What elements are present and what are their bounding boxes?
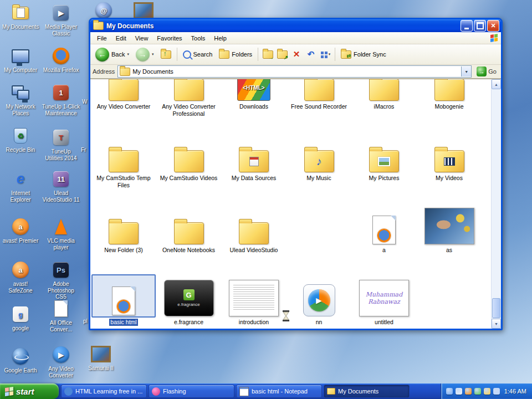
start-button[interactable]: start [0,383,59,399]
file-label: Downloads [238,103,269,110]
up-button[interactable]: ↑ [158,49,174,60]
folder-sync-button[interactable]: ⇄ Folder Sync [338,49,389,60]
delete-button[interactable]: ✕ [290,48,303,61]
desktop-icon-recycle-bin[interactable]: ♻Recycle Bin [1,126,40,154]
desktop-icon-my-network-places[interactable]: My Network Places [1,83,40,116]
desktop-icon-google-earth[interactable]: Google Earth [1,347,40,374]
go-button[interactable]: → Go [474,66,499,76]
move-to-button[interactable]: → [261,48,274,61]
desktop-icon-label: VLC media player [42,238,80,250]
back-button[interactable]: ← Back ▾ [93,47,132,63]
tray-antivirus-icon[interactable] [465,388,472,395]
task-button-my-documents[interactable]: My Documents [324,385,410,398]
desktop-icon-internet-explorer[interactable]: eInternet Explorer [1,170,40,203]
scroll-down-button[interactable]: ▼ [492,319,501,329]
menu-item-help[interactable]: Help [209,33,231,43]
task-button-flashing[interactable]: Flashing [149,385,234,398]
tray-volume-icon[interactable] [456,388,462,395]
maximize-button[interactable] [474,20,486,32]
folder-icon [157,79,221,102]
desktop-icon-mozilla-firefox[interactable]: Mozilla Firefox [42,47,80,74]
file-label: iMacros [373,103,396,110]
forward-dropdown-icon: ▾ [152,52,154,57]
forward-button[interactable]: → ▾ [133,47,157,63]
file-item-mobogenie[interactable]: Mobogenie [417,79,482,110]
task-button-basic-html-notepad[interactable]: basic html - Notepad [236,385,322,398]
file-item-my-music[interactable]: ♪My Music [287,130,351,182]
file-item-any-video-converter-professional[interactable]: Any Video Converter Professional [157,79,221,117]
minimize-button[interactable] [461,20,473,32]
file-item-onenote-notebooks[interactable]: OneNote Notebooks [157,202,221,254]
desktop-icon-vlc-media-player[interactable]: VLC media player [42,217,80,250]
desktop-icon-google[interactable]: ggoogle [1,305,40,332]
file-item-downloads[interactable]: <HTML>Downloads [222,79,286,110]
file-item-basic-html[interactable]: basic html [91,274,156,326]
square-icon: T [51,128,71,147]
file-item-any-video-converter[interactable]: Any Video Converter [91,79,156,110]
tray-display-icon[interactable] [446,388,453,395]
desktop-icon-label: google [1,325,40,332]
address-input[interactable]: My Documents ▼ [117,65,472,78]
menu-item-tools[interactable]: Tools [187,33,210,43]
file-item-my-pictures[interactable]: My Pictures [352,130,416,182]
samurai-ii-icon-icon [91,345,111,364]
firefox-icon [51,47,71,65]
vertical-scrollbar[interactable]: ▲ ▼ [491,79,501,329]
maximize-icon [477,22,484,29]
folders-button[interactable]: Folders [216,49,255,60]
copy-to-button[interactable]: ↗ [275,48,289,61]
file-item-introduction[interactable]: introduction [222,274,286,326]
desktop-icon-avast-safezone[interactable]: aavast! SafeZone [1,260,40,294]
file-item-e-fragrance[interactable]: Ge.fragrancee.fragrance [157,274,221,326]
file-label: e.fragrance [173,319,204,326]
tray-update-icon[interactable] [484,388,490,395]
desktop-icon-adobe-photoshop-cs5[interactable]: PsAdobe Photoshop CS5 [42,260,80,300]
desktop-icon-my-documents[interactable]: My Documents [1,3,40,30]
task-button-html-learning-free-in[interactable]: HTML Learning free in ... [61,385,147,398]
folder-icon [352,79,416,102]
close-button[interactable]: ✕ [487,20,499,32]
desktop-icon-all-office-conver[interactable]: All Office Conver... [42,299,80,332]
search-button[interactable]: Search [180,49,216,60]
menu-item-edit[interactable]: Edit [111,33,131,43]
desktop: My DocumentsMy ComputerMy Network Places… [0,0,532,399]
tray-messenger-icon[interactable] [474,388,481,395]
dark-thumb-icon: Ge.fragrance [157,274,221,318]
desktop-icon-tuneup-utilities-2014[interactable]: TTuneUp Utilities 2014 [42,128,80,161]
desktop-icon-ulead-videostudio-11[interactable]: 11Ulead VideoStudio 11 [42,170,80,203]
desktop-icon-samurai-ii[interactable]: Samurai II [81,345,120,372]
file-item-my-camstudio-videos[interactable]: My CamStudio Videos [157,130,221,182]
menu-item-view[interactable]: View [131,33,153,43]
tray-network-icon[interactable] [493,388,500,395]
file-item-new-folder-3[interactable]: New Folder (3) [91,202,156,254]
file-item-a[interactable]: a [352,202,416,254]
file-label: untitled [374,319,395,326]
taskbar-clock[interactable]: 1:46 AM [504,388,526,395]
html-learning-icon-icon: @ [94,1,114,20]
file-item-as[interactable]: as [417,202,482,254]
scrollbar-thumb[interactable] [492,298,500,318]
views-button[interactable]: ▾ [319,48,332,61]
menu-item-favorites[interactable]: Favorites [152,33,186,43]
desktop-icon-any-video-converter[interactable]: ▶Any Video Converter [42,345,80,378]
window-titlebar[interactable]: My Documents ✕ [90,19,501,32]
forward-icon: → [136,48,150,62]
address-dropdown-button[interactable]: ▼ [461,66,471,76]
file-item-my-camstudio-temp-files[interactable]: My CamStudio Temp Files [91,130,156,188]
file-item-nn[interactable]: ▶nn [287,274,351,326]
desktop-icon-my-computer[interactable]: My Computer [1,47,40,74]
menu-item-file[interactable]: File [93,33,111,43]
desktop-icon-tuneup-1-click-maintenance[interactable]: 1TuneUp 1-Click Maintenance [42,83,80,116]
file-item-untitled[interactable]: Muhammad Rabnawazuntitled [352,274,416,326]
file-item-my-data-sources[interactable]: My Data Sources [222,130,286,182]
file-item-free-sound-recorder[interactable]: Free Sound Recorder [287,79,351,110]
scroll-up-button[interactable]: ▲ [492,79,501,89]
file-item-imacros[interactable]: iMacros [352,79,416,110]
file-item-my-videos[interactable]: My Videos [417,130,482,182]
folder-sync-label: Folder Sync [354,51,386,58]
desktop-icon-media-player-classic[interactable]: ▶Media Player Classic [42,3,80,37]
desktop-icon-avast-premier[interactable]: aavast! Premier [1,217,40,244]
ie-icon: e [11,170,30,188]
undo-button[interactable]: ↶ [304,48,318,61]
file-item-ulead-videostudio[interactable]: Ulead VideoStudio [222,202,286,254]
